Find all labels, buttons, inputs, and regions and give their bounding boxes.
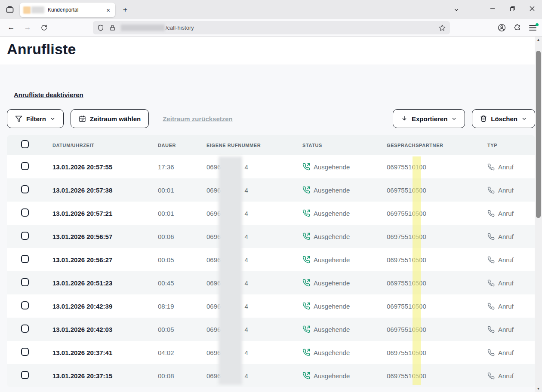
phone-icon [487,163,495,171]
download-arrow-icon [401,115,408,122]
table-row: 13.01.2026 20:57:21 00:01 06964 Ausgehen… [7,202,535,225]
phone-icon [487,256,495,263]
row-checkbox[interactable] [21,325,29,333]
table-row: 13.01.2026 20:57:38 00:01 06964 Ausgehen… [7,178,535,202]
table-row: 13.01.2026 20:51:23 00:45 06964 Ausgehen… [7,271,535,294]
window-restore-icon[interactable] [502,0,522,17]
cell-partner: 06975510500 [387,233,487,240]
list-tabs-chevron-icon[interactable] [451,4,462,15]
outgoing-call-icon [302,233,310,240]
phone-icon [487,233,495,240]
cell-own-number: 06964 [206,210,302,217]
cell-status: Ausgehende [302,349,387,356]
chevron-down-icon [521,116,527,122]
cell-duration: 08:19 [158,303,206,310]
extensions-puzzle-icon[interactable] [511,21,524,34]
col-header-type: TYP [487,143,535,148]
export-button[interactable]: Exportieren [393,109,465,128]
cell-own-number: 06964 [206,326,302,333]
scrollbar-down-icon[interactable]: ▼ [535,386,542,392]
deactivate-call-list-link[interactable]: Anrufliste deaktivieren [14,91,83,98]
cell-type: Anruf [487,210,535,217]
row-checkbox[interactable] [21,255,29,263]
cell-type: Anruf [487,303,535,310]
cell-datetime: 13.01.2026 20:57:21 [52,210,158,217]
firefox-view-icon[interactable] [3,3,16,15]
outgoing-call-icon [302,302,310,310]
table-row: 13.01.2026 20:56:27 00:05 06964 Ausgehen… [7,248,535,271]
cell-status: Ausgehende [302,209,387,217]
cell-own-number: 06964 [206,163,302,171]
chevron-down-icon [50,116,55,122]
row-checkbox[interactable] [21,278,29,286]
cell-own-number: 06964 [206,256,302,263]
row-checkbox[interactable] [21,232,29,240]
filter-button[interactable]: Filtern [7,109,64,128]
lock-icon[interactable] [109,24,116,31]
shield-icon[interactable] [97,24,104,31]
tab-kundenportal[interactable]: Kundenportal × [20,3,115,17]
back-icon[interactable]: ← [5,21,17,34]
bookmark-star-icon[interactable] [439,24,446,31]
cell-partner: 06975510500 [387,187,487,194]
date-range-button[interactable]: Zeitraum wählen [71,109,149,128]
reload-icon[interactable] [38,21,50,34]
phone-icon [487,326,495,333]
account-icon[interactable] [496,21,508,34]
delete-button[interactable]: Löschen [472,109,535,128]
tab-close-icon[interactable]: × [105,6,112,14]
cell-duration: 00:08 [158,372,206,380]
tab-favicon [23,6,31,14]
window-close-icon[interactable] [522,0,542,17]
url-bar[interactable]: /call-history [93,21,450,34]
cell-status: Ausgehende [302,163,387,171]
page-content: Anrufliste deaktivieren Filtern Zeitraum… [0,64,542,387]
row-checkbox[interactable] [21,208,29,217]
outgoing-call-icon [302,279,310,287]
window-minimize-icon[interactable] [483,0,502,17]
call-history-table: DATUM/UHRZEIT DAUER EIGENE RUFNUMMER STA… [7,135,535,387]
cell-own-number: 06964 [206,233,302,240]
cell-own-number: 06964 [206,303,302,310]
cell-status: Ausgehende [302,256,387,263]
url-path: /call-history [166,24,439,31]
outgoing-call-icon [302,163,310,171]
new-tab-icon[interactable]: + [120,4,131,15]
cell-duration: 04:02 [158,349,206,356]
outgoing-call-icon [302,372,310,380]
forward-icon: → [22,21,34,34]
row-checkbox[interactable] [21,162,29,170]
page-title: Anrufliste [0,37,542,58]
cell-duration: 00:45 [158,279,206,287]
col-header-datetime: DATUM/UHRZEIT [52,143,158,148]
select-all-checkbox[interactable] [21,140,29,148]
cell-datetime: 13.01.2026 20:57:38 [52,187,158,194]
calendar-icon [79,115,86,122]
cell-duration: 00:05 [158,256,206,263]
row-checkbox[interactable] [21,371,29,379]
cell-partner: 06975510500 [387,256,487,263]
update-notification-dot [536,23,539,26]
row-checkbox[interactable] [21,185,29,193]
col-header-partner: GESPRÄCHSPARTNER [387,143,487,148]
trash-icon [480,115,487,122]
cell-datetime: 13.01.2026 20:37:41 [52,349,158,356]
table-row: 13.01.2026 20:42:03 00:05 06964 Ausgehen… [7,318,535,341]
cell-datetime: 13.01.2026 20:57:55 [52,163,158,171]
outgoing-call-icon [302,186,310,194]
cell-datetime: 13.01.2026 20:56:57 [52,233,158,240]
page-scrollbar[interactable]: ▲ ▼ [535,37,542,392]
cell-partner: 06975510500 [387,279,487,287]
outgoing-call-icon [302,349,310,356]
scrollbar-up-icon[interactable]: ▲ [535,37,542,43]
menu-hamburger-icon[interactable] [527,21,539,34]
scrollbar-thumb[interactable] [536,51,541,218]
cell-status: Ausgehende [302,302,387,310]
browser-window: Kundenportal × + ← → /call-history [0,0,542,392]
tab-title-redacted [31,6,44,13]
row-checkbox[interactable] [21,301,29,309]
row-checkbox[interactable] [21,348,29,356]
cell-datetime: 13.01.2026 20:56:27 [52,256,158,263]
actions-right: Exportieren Löschen [393,109,535,128]
cell-status: Ausgehende [302,279,387,287]
